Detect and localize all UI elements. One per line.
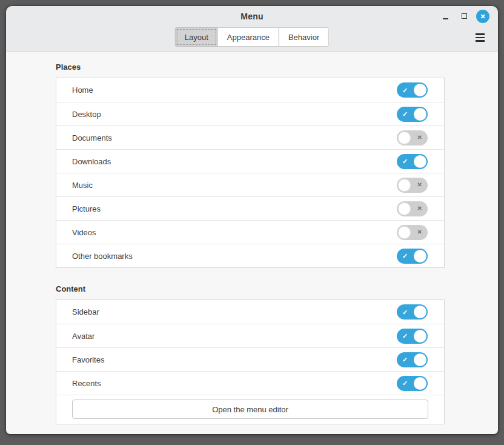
list-item-label: Avatar <box>72 332 94 341</box>
list-item: Avatar ✓ ✕ <box>56 324 444 347</box>
cross-icon: ✕ <box>417 135 422 141</box>
list-item: Home ✓ ✕ <box>56 78 444 102</box>
check-icon: ✓ <box>402 158 408 165</box>
cross-icon: ✕ <box>417 206 422 212</box>
section-title-places: Places <box>56 62 498 72</box>
toggle-knob <box>414 250 426 263</box>
toggle-knob <box>398 226 411 239</box>
minimize-icon <box>443 18 448 19</box>
toggle-switch[interactable]: ✓ ✕ <box>397 225 428 240</box>
minimize-button[interactable] <box>439 10 452 23</box>
titlebar[interactable]: Menu ✕ <box>6 6 498 26</box>
toggle-switch[interactable]: ✓ ✕ <box>397 249 428 264</box>
tab-layout[interactable]: Layout <box>175 27 218 47</box>
toggle-knob <box>414 377 426 390</box>
tab-bar: Layout Appearance Behavior <box>175 27 329 47</box>
check-icon: ✓ <box>402 356 408 363</box>
toggle-knob <box>414 353 426 366</box>
toggle-switch[interactable]: ✓ ✕ <box>397 329 428 344</box>
cross-icon: ✕ <box>417 229 422 235</box>
check-icon: ✓ <box>402 111 408 118</box>
list-item-label: Videos <box>72 228 96 237</box>
maximize-button[interactable] <box>457 10 471 23</box>
list-item-label: Documents <box>72 133 112 142</box>
toggle-knob <box>414 84 426 96</box>
tabs-row: Layout Appearance Behavior <box>6 27 498 52</box>
toggle-switch[interactable]: ✓ ✕ <box>397 130 428 146</box>
toggle-switch[interactable]: ✓ ✕ <box>397 376 428 391</box>
list-item: Pictures ✓ ✕ <box>56 196 444 220</box>
section-title-content: Content <box>56 284 498 293</box>
toggle-switch[interactable]: ✓ ✕ <box>397 304 428 320</box>
window-header: Menu ✕ Layout Appearance Behavior <box>6 6 498 52</box>
tab-behavior[interactable]: Behavior <box>279 27 329 47</box>
list-item-label: Desktop <box>72 110 101 119</box>
menu-editor-row: Open the menu editor <box>56 395 444 424</box>
check-icon: ✓ <box>402 309 408 315</box>
list-item-label: Favorites <box>72 355 104 364</box>
list-item: Documents ✓ ✕ <box>56 125 444 149</box>
toggle-knob <box>414 155 426 168</box>
list-item-label: Home <box>72 85 93 95</box>
toggle-knob <box>414 306 426 318</box>
toggle-switch[interactable]: ✓ ✕ <box>397 178 428 193</box>
toggle-switch[interactable]: ✓ ✕ <box>397 352 428 367</box>
toggle-knob <box>398 202 411 215</box>
layout-tab-content: Places Home ✓ ✕ Desktop ✓ ✕ Documents ✓ … <box>6 62 498 424</box>
places-list: Home ✓ ✕ Desktop ✓ ✕ Documents ✓ ✕ Downl… <box>56 78 445 268</box>
toggle-knob <box>414 330 426 343</box>
toggle-switch[interactable]: ✓ ✕ <box>397 107 428 122</box>
hamburger-menu-button[interactable] <box>471 29 488 46</box>
list-item: Other bookmarks ✓ ✕ <box>56 244 444 267</box>
cross-icon: ✕ <box>417 182 422 188</box>
maximize-icon <box>462 13 467 19</box>
tab-appearance[interactable]: Appearance <box>217 27 279 47</box>
list-item-label: Music <box>72 181 93 190</box>
toggle-switch[interactable]: ✓ ✕ <box>397 201 428 216</box>
list-item: Desktop ✓ ✕ <box>56 102 444 125</box>
close-icon: ✕ <box>480 10 485 23</box>
list-item-label: Recents <box>72 379 101 388</box>
hamburger-icon <box>476 33 485 35</box>
check-icon: ✓ <box>402 253 408 259</box>
list-item: Favorites ✓ ✕ <box>56 347 444 371</box>
list-item: Videos ✓ ✕ <box>56 220 444 244</box>
list-item: Downloads ✓ ✕ <box>56 149 444 173</box>
toggle-switch[interactable]: ✓ ✕ <box>397 82 428 98</box>
window-controls: ✕ <box>439 6 489 26</box>
toggle-knob <box>398 179 411 192</box>
list-item: Recents ✓ ✕ <box>56 371 444 395</box>
check-icon: ✓ <box>402 87 408 93</box>
list-item-label: Sidebar <box>72 307 99 316</box>
toggle-switch[interactable]: ✓ ✕ <box>397 154 428 169</box>
check-icon: ✓ <box>402 380 408 387</box>
list-item: Music ✓ ✕ <box>56 173 444 196</box>
content-list: Sidebar ✓ ✕ Avatar ✓ ✕ Favorites ✓ ✕ Rec… <box>56 299 445 424</box>
toggle-knob <box>414 108 426 121</box>
window-title: Menu <box>240 12 263 21</box>
open-menu-editor-button[interactable]: Open the menu editor <box>72 400 428 419</box>
list-item-label: Pictures <box>72 204 101 213</box>
list-item-label: Downloads <box>72 157 111 166</box>
close-button[interactable]: ✕ <box>476 10 489 23</box>
check-icon: ✓ <box>402 333 408 340</box>
list-item: Sidebar ✓ ✕ <box>56 300 444 324</box>
list-item-label: Other bookmarks <box>72 252 133 261</box>
settings-window: Menu ✕ Layout Appearance Behavior <box>6 6 498 434</box>
toggle-knob <box>398 132 411 144</box>
